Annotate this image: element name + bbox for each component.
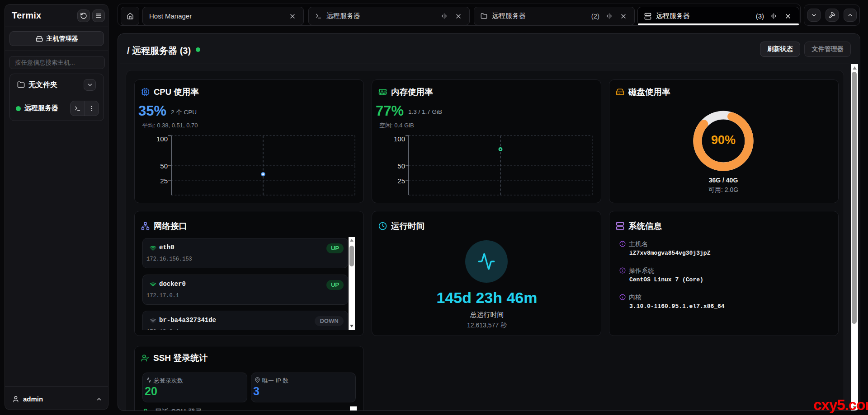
svg-text:100: 100 [156, 135, 168, 143]
svg-text:可用: 2.0G: 可用: 2.0G [708, 186, 738, 193]
svg-text:90%: 90% [711, 133, 736, 147]
svg-text:50: 50 [397, 162, 405, 170]
svg-text:50: 50 [160, 162, 168, 170]
svg-text:25: 25 [397, 177, 405, 185]
svg-text:25: 25 [160, 177, 168, 185]
svg-text:100: 100 [394, 135, 405, 143]
svg-text:36G / 40G: 36G / 40G [709, 177, 738, 184]
